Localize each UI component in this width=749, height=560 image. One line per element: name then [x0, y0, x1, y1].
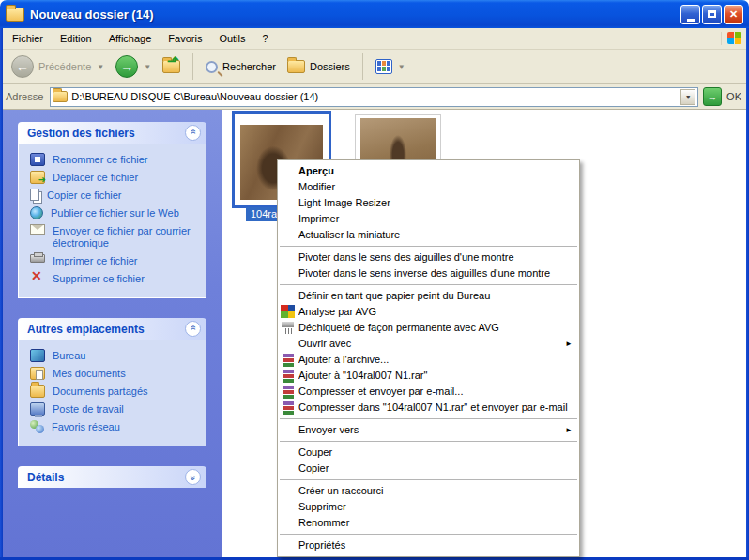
views-dropdown-icon[interactable]: ▼ — [398, 63, 405, 71]
context-menu-item-ouvrir-avec[interactable]: Ouvrir avec► — [278, 336, 579, 352]
menubar-item-fichier[interactable]: Fichier — [4, 30, 52, 47]
menu-separator — [280, 479, 577, 480]
address-path[interactable]: D:\BUREAU DISQUE C\Bureau\Nouveau dossie… — [71, 91, 677, 102]
context-menu-item-renommer[interactable]: Renommer — [278, 515, 579, 531]
context-menu-item-envoyer-vers[interactable]: Envoyer vers► — [278, 422, 579, 438]
menubar-item-outils[interactable]: Outils — [210, 30, 253, 47]
sidebar-item-imprimer-ce-fichier[interactable]: Imprimer ce fichier — [30, 252, 200, 270]
forward-dropdown-icon[interactable]: ▼ — [144, 63, 151, 71]
context-menu-item-light-image-resizer[interactable]: Light Image Resizer — [278, 195, 579, 211]
context-menu-item-supprimer[interactable]: Supprimer — [278, 499, 579, 515]
desktop-icon — [30, 349, 45, 362]
submenu-arrow-icon: ► — [565, 422, 573, 438]
context-menu-item-apercu[interactable]: Aperçu — [278, 163, 579, 179]
menu-item-label: Aperçu — [298, 165, 334, 176]
go-button[interactable]: → — [703, 87, 722, 106]
context-menu-item-definir-en-tant-que-papier-peint-du-bureau[interactable]: Définir en tant que papier peint du Bure… — [278, 288, 579, 304]
menubar-item-favoris[interactable]: Favoris — [160, 30, 210, 47]
menu-item-label: Propriétés — [298, 539, 345, 551]
panel-header-details[interactable]: Détails» — [18, 466, 206, 488]
menu-item-label: Ajouter à "104ral007 N1.rar" — [298, 370, 427, 381]
sidebar-item-label: Bureau — [53, 350, 85, 362]
context-menu: AperçuModifierLight Image ResizerImprime… — [277, 159, 580, 557]
sidebar-item-copier-ce-fichier[interactable]: Copier ce fichier — [30, 187, 200, 204]
sidebar-panel-autres-emplacements: Autres emplacements»BureauMes documentsD… — [18, 318, 206, 446]
sidebar-item-publier-ce-fichier-sur-le-web[interactable]: Publier ce fichier sur le Web — [30, 204, 200, 222]
forward-button[interactable]: → ▼ — [112, 53, 155, 80]
chevron-down-icon[interactable]: » — [185, 469, 201, 485]
address-combo[interactable]: D:\BUREAU DISQUE C\Bureau\Nouveau dossie… — [50, 87, 698, 107]
menu-bar: FichierEditionAffichageFavorisOutils? — [0, 28, 749, 50]
task-pane: Gestion des fichiers»Renommer ce fichier… — [3, 110, 222, 557]
rename-file-icon — [30, 153, 45, 166]
context-menu-item-pivoter-dans-le-sens-inverse-des-aiguilles-d-une-montre[interactable]: Pivoter dans le sens inverse des aiguill… — [278, 265, 579, 281]
sidebar-item-mes-documents[interactable]: Mes documents — [30, 365, 200, 383]
back-icon: ← — [11, 55, 34, 78]
context-menu-item-modifier[interactable]: Modifier — [278, 179, 579, 195]
up-folder-icon: ⬏ — [162, 60, 180, 73]
minimize-button[interactable] — [680, 5, 700, 24]
context-menu-item-couper[interactable]: Couper — [278, 445, 579, 461]
toolbar-separator — [362, 53, 363, 80]
menu-item-label: Modifier — [298, 181, 335, 192]
back-button[interactable]: ← Précédente ▼ — [8, 53, 108, 80]
context-menu-item-analyse-par-avg[interactable]: Analyse par AVG — [278, 304, 579, 320]
folders-button[interactable]: Dossiers — [283, 58, 354, 75]
publish-web-icon — [30, 206, 43, 219]
menu-item-label: Compresser dans "104ral007 N1.rar" et en… — [298, 401, 568, 413]
up-button[interactable]: ⬏ — [159, 58, 184, 75]
context-menu-item-pivoter-dans-le-sens-des-aiguilles-d-une-montre[interactable]: Pivoter dans le sens des aiguilles d'une… — [278, 250, 579, 265]
sidebar-item-favoris-reseau[interactable]: Favoris réseau — [30, 418, 200, 436]
context-menu-item-proprietes[interactable]: Propriétés — [278, 537, 579, 553]
panel-title: Autres emplacements — [27, 323, 145, 336]
context-menu-item-compresser-et-envoyer-par-e-mail[interactable]: Compresser et envoyer par e-mail... — [278, 384, 579, 400]
sidebar-panel-gestion-des-fichiers: Gestion des fichiers»Renommer ce fichier… — [18, 122, 206, 298]
context-menu-item-dechiquete-de-facon-permanente-avec-avg[interactable]: Déchiqueté de façon permanente avec AVG — [278, 320, 579, 336]
sidebar-item-envoyer-ce-fichier-par-courrier-electronique[interactable]: Envoyer ce fichier par courrier électron… — [30, 222, 200, 252]
winrar-icon — [281, 401, 296, 415]
sidebar-item-label: Déplacer ce fichier — [53, 172, 138, 184]
context-menu-item-ajouter-a-104ral007-n1-rar[interactable]: Ajouter à "104ral007 N1.rar" — [278, 368, 579, 384]
context-menu-item-ajouter-a-l-archive[interactable]: Ajouter à l'archive... — [278, 352, 579, 368]
menubar-item-item[interactable]: ? — [254, 30, 277, 47]
menubar-item-affichage[interactable]: Affichage — [100, 30, 160, 47]
menu-item-label: Pivoter dans le sens inverse des aiguill… — [298, 267, 550, 279]
folders-label: Dossiers — [310, 61, 350, 72]
context-menu-item-creer-un-raccourci[interactable]: Créer un raccourci — [278, 483, 579, 499]
chevron-up-icon[interactable]: » — [185, 125, 201, 141]
sidebar-item-bureau[interactable]: Bureau — [30, 347, 200, 365]
sidebar-item-label: Renommer ce fichier — [53, 154, 147, 166]
sidebar-item-label: Documents partagés — [53, 386, 148, 398]
sidebar-item-deplacer-ce-fichier[interactable]: Déplacer ce fichier — [30, 169, 200, 187]
address-label: Adresse — [4, 91, 45, 102]
context-menu-item-imprimer[interactable]: Imprimer — [278, 211, 579, 227]
my-computer-icon — [30, 402, 45, 416]
panel-header-gestion-des-fichiers[interactable]: Gestion des fichiers» — [18, 122, 206, 144]
shared-documents-icon — [30, 385, 45, 398]
context-menu-item-actualiser-la-miniature[interactable]: Actualiser la miniature — [278, 227, 579, 243]
title-bar[interactable]: Nouveau dossier (14) ✕ — [0, 0, 749, 28]
back-dropdown-icon[interactable]: ▼ — [97, 63, 104, 71]
sidebar-item-renommer-ce-fichier[interactable]: Renommer ce fichier — [30, 151, 200, 169]
panel-title: Détails — [27, 471, 64, 484]
menubar-item-edition[interactable]: Edition — [52, 30, 100, 47]
search-button[interactable]: Rechercher — [202, 59, 280, 75]
maximize-button[interactable] — [702, 5, 722, 24]
context-menu-item-compresser-dans-104ral007-n1-rar-et-envoyer-par-e-mail[interactable]: Compresser dans "104ral007 N1.rar" et en… — [278, 400, 579, 416]
search-icon — [206, 61, 218, 73]
chevron-up-icon[interactable]: » — [185, 321, 201, 337]
views-button[interactable]: ▼ — [372, 57, 409, 76]
context-menu-item-copier[interactable]: Copier — [278, 461, 579, 477]
folder-icon — [6, 8, 24, 22]
sidebar-item-supprimer-ce-fichier[interactable]: Supprimer ce fichier — [30, 270, 200, 288]
sidebar-item-poste-de-travail[interactable]: Poste de travail — [30, 401, 200, 418]
close-button[interactable]: ✕ — [724, 5, 743, 24]
sidebar-item-label: Copier ce fichier — [47, 189, 121, 202]
panel-header-autres-emplacements[interactable]: Autres emplacements» — [18, 318, 206, 340]
address-dropdown-button[interactable]: ▼ — [680, 89, 696, 105]
sidebar-item-documents-partages[interactable]: Documents partagés — [30, 383, 200, 401]
menu-item-label: Renommer — [298, 517, 349, 528]
go-label: OK — [726, 91, 745, 102]
network-places-icon — [30, 420, 44, 433]
email-file-icon — [30, 224, 45, 235]
